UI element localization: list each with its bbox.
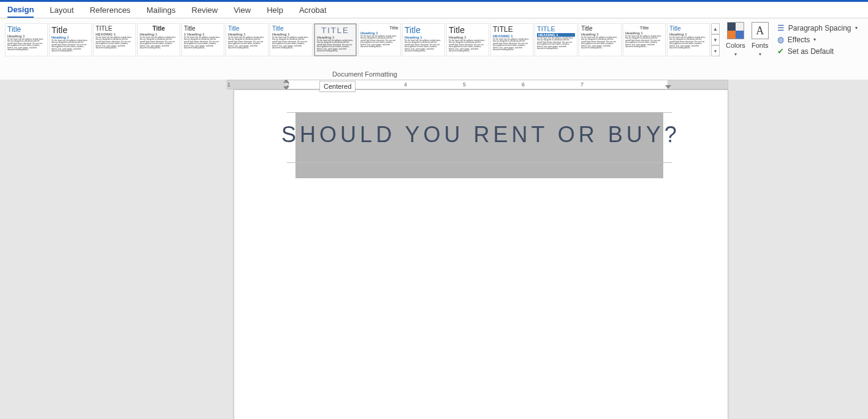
- style-title: Title: [228, 25, 266, 32]
- style-set-4[interactable]: Title1 Heading 1On the Insert tab, the g…: [181, 23, 224, 56]
- effects-button[interactable]: ◍ Effects ▾: [777, 35, 858, 44]
- chevron-down-icon: ▾: [734, 51, 737, 57]
- style-title: Title: [625, 25, 663, 31]
- style-set-10[interactable]: TitleHeading 1On the Insert tab, the gal…: [446, 23, 489, 56]
- style-set-7[interactable]: TITLEHeading 1On the Insert tab, the gal…: [314, 23, 357, 56]
- style-body: On the Insert tab, the galleries include…: [7, 39, 45, 51]
- style-set-0[interactable]: TitleHeading 1On the Insert tab, the gal…: [5, 23, 48, 56]
- chevron-down-icon: ▾: [855, 25, 858, 31]
- style-body: On the Insert tab, the galleries include…: [449, 40, 487, 52]
- style-title: Title: [140, 25, 178, 32]
- colors-button[interactable]: Colors ▾: [726, 22, 745, 57]
- style-body: On the Insert tab, the galleries include…: [272, 37, 310, 49]
- color-font-group: Colors ▾ A Fonts ▾: [720, 18, 774, 57]
- document-page[interactable]: SHOULD YOU RENT OR BUY?: [234, 89, 728, 419]
- tab-design[interactable]: Design: [7, 2, 34, 18]
- group-label: Document Formatting: [0, 70, 729, 78]
- style-set-15[interactable]: TitleHeading 1On the Insert tab, the gal…: [667, 23, 710, 56]
- style-gallery: TitleHeading 1On the Insert tab, the gal…: [5, 18, 711, 56]
- style-title: Title: [581, 25, 619, 32]
- ribbon-tabs: DesignLayoutReferencesMailingsReviewView…: [0, 2, 868, 18]
- gallery-more-button[interactable]: ▾: [711, 45, 720, 56]
- set-default-button[interactable]: ✔ Set as Default: [777, 47, 858, 56]
- style-title: Title: [669, 25, 707, 32]
- ruler-number: 6: [522, 81, 525, 88]
- style-title: TITLE: [96, 25, 134, 32]
- paragraph-spacing-button[interactable]: ☰ Paragraph Spacing ▾: [777, 23, 858, 32]
- title-rule-top: [287, 112, 672, 113]
- chevron-down-icon: ▾: [759, 51, 761, 57]
- style-title: Title: [51, 25, 89, 35]
- style-set-8[interactable]: TitleHeading 1On the Insert tab, the gal…: [358, 23, 401, 56]
- style-title: Title: [449, 25, 487, 35]
- style-body: On the Insert tab, the galleries include…: [360, 36, 398, 48]
- check-icon: ✔: [777, 47, 784, 56]
- ruler-right-margin: [668, 80, 728, 89]
- style-body: On the Insert tab, the galleries include…: [405, 40, 443, 52]
- page-style-group: ☰ Paragraph Spacing ▾ ◍ Effects ▾ ✔ Set …: [774, 18, 858, 56]
- gallery-up-button[interactable]: ▲: [711, 23, 720, 34]
- style-title: Title: [184, 25, 222, 32]
- ruler-number: 5: [463, 81, 466, 88]
- style-set-13[interactable]: TitleHeading 1On the Insert tab, the gal…: [579, 23, 622, 56]
- style-title: TITLE: [493, 25, 531, 34]
- style-set-2[interactable]: TITLEHEADING 1On the Insert tab, the gal…: [93, 23, 136, 56]
- gallery-scroll: ▲ ▼ ▾: [711, 23, 720, 56]
- effects-icon: ◍: [777, 35, 784, 44]
- style-title: TITLE: [317, 26, 354, 35]
- document-title[interactable]: SHOULD YOU RENT OR BUY?: [234, 122, 728, 148]
- style-title: Title: [7, 25, 45, 34]
- fonts-icon: A: [752, 22, 769, 39]
- tab-acrobat[interactable]: Acrobat: [299, 3, 327, 17]
- style-body: On the Insert tab, the galleries include…: [581, 37, 619, 49]
- style-body: On the Insert tab, the galleries include…: [51, 40, 89, 52]
- style-body: On the Insert tab, the galleries include…: [96, 37, 134, 49]
- style-set-3[interactable]: TitleHeading 1On the Insert tab, the gal…: [137, 23, 180, 56]
- ruler-number: 2: [286, 81, 289, 88]
- right-indent-marker[interactable]: [665, 85, 671, 89]
- tab-references[interactable]: References: [89, 3, 130, 17]
- colors-label: Colors: [726, 42, 745, 49]
- style-set-5[interactable]: TitleHeading 1On the Insert tab, the gal…: [226, 23, 268, 56]
- ruler-number: 4: [404, 81, 407, 88]
- style-tooltip: Centered: [319, 81, 356, 92]
- style-body: On the Insert tab, the galleries include…: [140, 37, 178, 49]
- effects-label: Effects: [788, 36, 810, 44]
- style-title: Title: [360, 25, 398, 31]
- style-body: On the Insert tab, the galleries include…: [669, 37, 707, 49]
- paragraph-spacing-icon: ☰: [777, 23, 785, 32]
- tab-help[interactable]: Help: [267, 3, 283, 17]
- ruler-number: 7: [581, 81, 584, 88]
- style-set-14[interactable]: TitleHeading 1On the Insert tab, the gal…: [623, 23, 666, 56]
- tab-view[interactable]: View: [234, 3, 251, 17]
- fonts-button[interactable]: A Fonts ▾: [752, 22, 769, 57]
- style-title: Title: [272, 25, 310, 32]
- tab-layout[interactable]: Layout: [50, 3, 74, 17]
- style-set-6[interactable]: TitleHeading 1On the Insert tab, the gal…: [270, 23, 313, 56]
- colors-icon: [727, 22, 744, 39]
- chevron-down-icon: ▾: [813, 37, 816, 42]
- horizontal-ruler[interactable]: 1234567: [227, 80, 728, 89]
- style-set-1[interactable]: TitleHeading 1On the Insert tab, the gal…: [49, 23, 92, 56]
- title-rule-bottom: [287, 162, 672, 163]
- style-body: On the Insert tab, the galleries include…: [537, 37, 575, 50]
- style-body: On the Insert tab, the galleries include…: [184, 37, 222, 49]
- ruler-number: 1: [227, 81, 230, 88]
- ribbon: TitleHeading 1On the Insert tab, the gal…: [0, 18, 868, 80]
- style-title: Title: [405, 25, 443, 35]
- gallery-down-button[interactable]: ▼: [711, 34, 720, 45]
- paragraph-spacing-label: Paragraph Spacing: [788, 24, 851, 32]
- style-set-12[interactable]: TITLEHEADING 1On the Insert tab, the gal…: [535, 23, 577, 56]
- ruler-left-margin: [227, 80, 286, 89]
- style-set-11[interactable]: TITLEHEADING 1On the Insert tab, the gal…: [490, 23, 533, 56]
- tab-review[interactable]: Review: [192, 3, 218, 17]
- fonts-label: Fonts: [752, 42, 769, 49]
- workspace: 1234567 Centered SHOULD YOU RENT OR BUY?: [0, 80, 868, 419]
- set-default-label: Set as Default: [788, 47, 834, 56]
- style-body: On the Insert tab, the galleries include…: [493, 39, 531, 51]
- style-body: On the Insert tab, the galleries include…: [625, 36, 663, 48]
- tab-mailings[interactable]: Mailings: [147, 3, 176, 17]
- style-body: On the Insert tab, the galleries include…: [228, 37, 266, 49]
- style-body: On the Insert tab, the galleries include…: [317, 40, 354, 52]
- style-set-9[interactable]: TitleHeading 1On the Insert tab, the gal…: [402, 23, 445, 56]
